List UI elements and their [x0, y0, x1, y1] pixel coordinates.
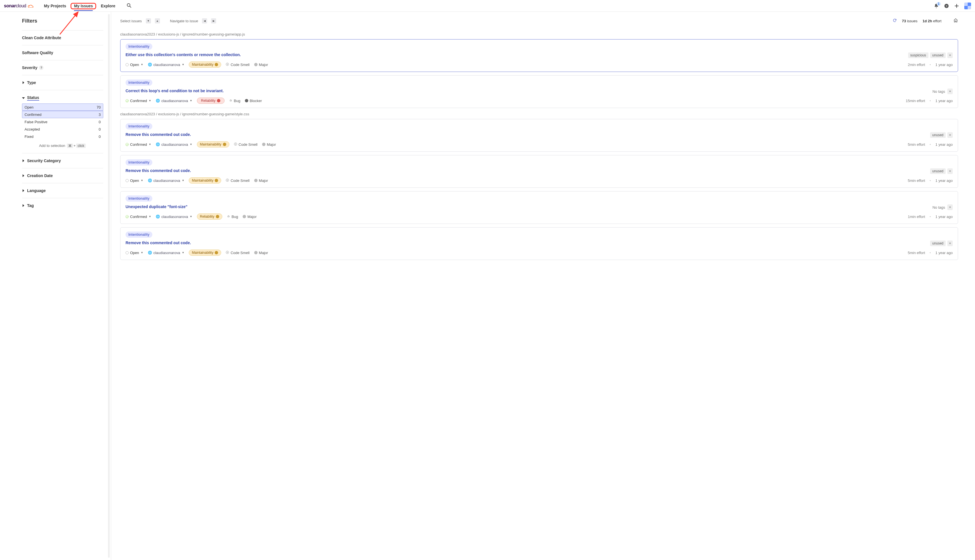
svg-point-9 [235, 143, 236, 144]
quality-pill[interactable]: Reliability [197, 98, 225, 104]
filter-toggle[interactable]: Type [22, 80, 103, 85]
notif-badge: 1 [937, 2, 941, 6]
effort: 5min effort [908, 178, 925, 183]
issue-title[interactable]: Either use this collection's contents or… [125, 52, 903, 57]
issue-title[interactable]: Correct this loop's end condition to not… [125, 88, 927, 93]
status-confirmed[interactable]: Confirmed3 [22, 111, 103, 118]
author-dropdown[interactable]: 🌐claudiasonarova▼ [148, 251, 185, 255]
status-dropdown[interactable]: Open▼ [125, 251, 143, 255]
issue-card[interactable]: IntentionalityRemove this commented out … [120, 119, 958, 152]
status-dropdown[interactable]: Open▼ [125, 63, 143, 67]
issue-type: Bug [229, 99, 240, 103]
refresh-icon[interactable] [893, 18, 897, 23]
author-dropdown[interactable]: 🌐claudiasonarova▼ [156, 215, 192, 219]
chevron-down-icon: ▼ [149, 143, 151, 146]
issue-type: Code Smell [226, 178, 249, 183]
status-fixed[interactable]: Fixed0 [22, 133, 103, 140]
filter-status-toggle[interactable]: Status [22, 95, 103, 101]
notifications-icon[interactable]: 1 [934, 3, 939, 8]
nav-explore[interactable]: Explore [101, 0, 115, 11]
search-icon[interactable] [125, 2, 133, 10]
tag[interactable]: unused [930, 240, 946, 246]
filter-toggle[interactable]: Language [22, 188, 103, 193]
author-name: claudiasonarova [161, 215, 188, 219]
filter-toggle[interactable]: Creation Date [22, 173, 103, 178]
add-icon[interactable] [954, 3, 959, 8]
tag[interactable]: unused [930, 168, 946, 174]
add-tag-button[interactable]: + [947, 205, 953, 210]
issue-card[interactable]: IntentionalityRemove this commented out … [120, 155, 958, 188]
quality-pill[interactable]: Maintainability [197, 141, 229, 147]
help-icon[interactable]: ? [944, 3, 949, 8]
help-icon[interactable]: ? [39, 65, 43, 70]
attribute-chip[interactable]: Intentionality [125, 43, 152, 50]
no-tags: No tags [932, 205, 945, 210]
filter-toggle[interactable]: Security Category [22, 158, 103, 163]
quality-pill[interactable]: Reliability [197, 213, 222, 220]
scrollbar[interactable] [108, 14, 110, 558]
status-dropdown[interactable]: Open▼ [125, 178, 143, 183]
filter-toggle[interactable]: Tag [22, 203, 103, 208]
issue-title[interactable]: Remove this commented out code. [125, 132, 925, 137]
status-dropdown[interactable]: Confirmed▼ [125, 215, 151, 219]
author-dropdown[interactable]: 🌐claudiasonarova▼ [148, 63, 185, 67]
quality-pill[interactable]: Maintainability [189, 62, 221, 68]
quality-pill[interactable]: Maintainability [189, 177, 221, 183]
author-dropdown[interactable]: 🌐claudiasonarova▼ [156, 99, 192, 103]
type-label: Code Smell [230, 178, 249, 183]
total-effort: 1d 2h effort [923, 19, 942, 23]
issue-card[interactable]: IntentionalityEither use this collection… [120, 39, 958, 72]
tag[interactable]: unused [930, 52, 946, 58]
add-tag-button[interactable]: + [947, 88, 953, 94]
select-up-button[interactable]: ▲ [155, 18, 160, 23]
attribute-chip[interactable]: Intentionality [125, 123, 152, 130]
status-dropdown[interactable]: Confirmed▼ [125, 99, 151, 103]
navigate-label: Navigate to issue [170, 19, 198, 23]
nav-my-issues[interactable]: My Issues [74, 0, 93, 11]
author-name: claudiasonarova [154, 63, 180, 67]
author-name: claudiasonarova [154, 178, 180, 183]
nav-prev-button[interactable]: ◀ [202, 18, 207, 23]
author-dropdown[interactable]: 🌐claudiasonarova▼ [156, 142, 192, 147]
filter-toggle[interactable]: Clean Code Attribute [22, 35, 103, 40]
tag[interactable]: unused [930, 132, 946, 138]
attribute-chip[interactable]: Intentionality [125, 232, 152, 238]
home-icon[interactable] [953, 18, 958, 24]
nav-next-button[interactable]: ▶ [211, 18, 216, 23]
path-header[interactable]: claudiasonarova2023 / exclusions-js / ig… [120, 32, 958, 37]
status-accepted[interactable]: Accepted0 [22, 125, 103, 133]
status-false-positive[interactable]: False Positive0 [22, 118, 103, 125]
attribute-chip[interactable]: Intentionality [125, 195, 152, 202]
status-open[interactable]: Open70 [22, 103, 103, 111]
issue-title[interactable]: Unexpected duplicate "font-size" [125, 205, 927, 209]
issue-title[interactable]: Remove this commented out code. [125, 240, 925, 245]
select-down-button[interactable]: ▼ [146, 18, 151, 23]
path-header[interactable]: claudiasonarova2023 / exclusions-js / ig… [120, 112, 958, 116]
status-dropdown[interactable]: Confirmed▼ [125, 142, 151, 147]
add-tag-button[interactable]: + [947, 132, 953, 138]
attribute-chip[interactable]: Intentionality [125, 159, 152, 165]
filter-label: Tag [27, 203, 34, 208]
avatar[interactable] [964, 3, 971, 9]
chevron-right-icon [23, 204, 24, 207]
tag[interactable]: suspicious [908, 52, 928, 58]
no-tags: No tags [932, 89, 945, 93]
logo[interactable]: sonarcloud [4, 3, 34, 8]
filter-toggle[interactable]: Severity? [22, 65, 103, 70]
issue-card[interactable]: IntentionalityCorrect this loop's end co… [120, 75, 958, 108]
issue-card[interactable]: IntentionalityRemove this commented out … [120, 227, 958, 260]
nav-my-projects[interactable]: My Projects [44, 0, 66, 11]
add-tag-button[interactable]: + [947, 240, 953, 246]
add-tag-button[interactable]: + [947, 168, 953, 174]
status-text: Open [130, 251, 139, 255]
logo-text: sonarcloud [4, 3, 26, 8]
issue-title[interactable]: Remove this commented out code. [125, 168, 925, 173]
add-tag-button[interactable]: + [947, 52, 953, 58]
svg-point-14 [227, 252, 228, 253]
main-topbar: Select issues ▼ ▲ Navigate to issue ◀ ▶ … [120, 16, 958, 28]
issue-card[interactable]: IntentionalityUnexpected duplicate "font… [120, 191, 958, 224]
quality-pill[interactable]: Maintainability [189, 250, 221, 256]
author-dropdown[interactable]: 🌐claudiasonarova▼ [148, 178, 185, 183]
filter-toggle[interactable]: Software Quality [22, 50, 103, 55]
attribute-chip[interactable]: Intentionality [125, 80, 152, 86]
